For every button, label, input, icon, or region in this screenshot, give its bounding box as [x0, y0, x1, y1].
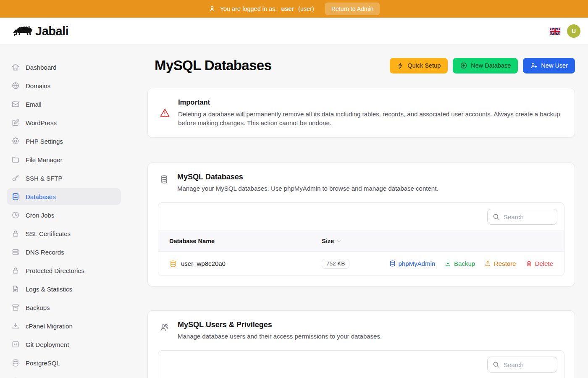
pencil-square-icon [11, 118, 20, 127]
backup-link[interactable]: Backup [444, 260, 475, 267]
database-icon [169, 260, 177, 268]
sidebar-item-protected-directories[interactable]: Protected Directories [7, 262, 121, 279]
sidebar-item-dns-records[interactable]: DNS Records [7, 244, 121, 260]
code-icon [11, 340, 20, 349]
sidebar-nav: Dashboard Domains Email WordPress PHP Se… [0, 45, 128, 378]
document-icon [11, 285, 20, 293]
sidebar-item-ssh-sftp[interactable]: SSH & SFTP [7, 170, 121, 186]
sidebar-item-logs-statistics[interactable]: Logs & Statistics [7, 281, 121, 297]
server-icon [11, 248, 20, 256]
database-row: user_wp8c20a0 752 KB phpMyAdmin Backup [158, 252, 564, 276]
page-title: MySQL Databases [155, 58, 271, 74]
upload-icon [484, 260, 491, 267]
phpmyadmin-link[interactable]: phpMyAdmin [389, 260, 436, 267]
sidebar-item-domains[interactable]: Domains [7, 77, 121, 94]
users-section-title: MySQL Users & Privileges [178, 320, 382, 329]
logged-in-text: You are logged in as: [220, 5, 277, 12]
sidebar-item-cpanel-migration[interactable]: cPanel Migration [7, 318, 121, 334]
users-icon [160, 323, 169, 340]
lock-icon [11, 266, 20, 275]
download-icon [444, 260, 452, 267]
sidebar-item-email[interactable]: Email [7, 96, 121, 113]
warning-triangle-icon [160, 108, 170, 118]
main-content: MySQL Databases Quick Setup New Database… [128, 45, 588, 378]
sidebar-item-file-manager[interactable]: File Manager [7, 151, 121, 168]
return-to-admin-button[interactable]: Return to Admin [325, 3, 380, 15]
sidebar-item-backups[interactable]: Backups [7, 299, 121, 316]
databases-section-description: Manage your MySQL databases. Use phpMyAd… [177, 185, 438, 192]
sidebar-item-cron-jobs[interactable]: Cron Jobs [7, 207, 121, 223]
home-icon [11, 63, 20, 71]
users-search [487, 357, 557, 373]
databases-section-title: MySQL Databases [177, 173, 438, 181]
search-icon [492, 213, 500, 220]
database-icon [11, 359, 20, 367]
logged-in-role: (user) [298, 5, 314, 12]
sidebar-item-php-settings[interactable]: PHP Settings [7, 133, 121, 150]
language-flag-icon[interactable] [550, 28, 560, 35]
sidebar-item-ssl-certificates[interactable]: SSL Certificates [7, 225, 121, 242]
brand-name: Jabali [35, 24, 68, 38]
important-warning-card: Important Deleting a database will perma… [147, 88, 575, 138]
database-size-badge: 752 KB [322, 259, 349, 269]
download-icon [11, 322, 20, 330]
sidebar-item-partial[interactable] [7, 373, 121, 378]
user-plus-icon [530, 62, 538, 69]
mysql-users-card: MySQL Users & Privileges Manage database… [147, 310, 575, 378]
column-size-sort[interactable]: Size [322, 238, 342, 244]
admin-session-bar: You are logged in as: user (user) Return… [0, 0, 588, 18]
search-icon [492, 361, 500, 368]
logged-in-username: user [281, 5, 294, 12]
globe-icon [11, 81, 20, 90]
warning-title: Important [178, 98, 562, 106]
user-icon [208, 5, 216, 13]
database-icon [11, 192, 20, 201]
new-user-button[interactable]: New User [523, 58, 575, 74]
database-name: user_wp8c20a0 [181, 260, 226, 267]
plus-circle-icon [460, 62, 467, 69]
users-table-panel: User Database Privileges [158, 350, 564, 378]
clock-icon [11, 211, 20, 219]
users-section-description: Manage database users and their access p… [178, 333, 382, 340]
new-database-button[interactable]: New Database [453, 58, 518, 74]
sidebar-item-databases[interactable]: Databases [7, 188, 121, 205]
quick-setup-button[interactable]: Quick Setup [390, 58, 448, 74]
sidebar-item-postgresql[interactable]: PostgreSQL [7, 354, 121, 371]
chevron-down-icon [336, 238, 342, 244]
gear-icon [11, 137, 20, 145]
brand-logo[interactable]: Jabali [13, 23, 68, 39]
databases-search [487, 209, 557, 225]
mail-icon [11, 100, 20, 108]
user-avatar[interactable]: U [567, 24, 580, 38]
database-icon [160, 175, 169, 192]
trash-icon [525, 260, 533, 267]
sidebar-item-wordpress[interactable]: WordPress [7, 114, 121, 131]
lock-icon [11, 229, 20, 238]
databases-table-header: Database Name Size [158, 231, 564, 252]
delete-link[interactable]: Delete [525, 260, 553, 267]
key-icon [11, 174, 20, 182]
sidebar-item-git-deployment[interactable]: Git Deployment [7, 336, 121, 353]
app-header: Jabali U [0, 18, 588, 45]
archive-box-icon [11, 303, 20, 312]
restore-link[interactable]: Restore [484, 260, 516, 267]
boar-logo-icon [13, 23, 32, 39]
database-icon [389, 260, 396, 267]
sidebar-item-dashboard[interactable]: Dashboard [7, 59, 121, 76]
folder-icon [11, 155, 20, 164]
warning-body: Deleting a database will permanently rem… [178, 110, 562, 127]
column-database-name: Database Name [158, 238, 322, 244]
databases-table-panel: Database Name Size user_wp8c20a0 752 KB [158, 202, 564, 276]
lightning-icon [397, 62, 404, 69]
mysql-databases-card: MySQL Databases Manage your MySQL databa… [147, 163, 575, 286]
